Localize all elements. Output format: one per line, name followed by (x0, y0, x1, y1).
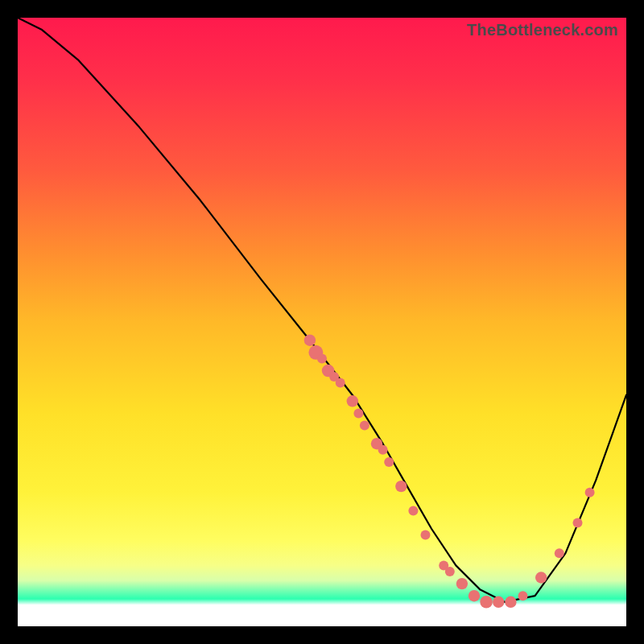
curve-layer (18, 18, 626, 602)
scatter-dot (505, 597, 516, 608)
scatter-dot (378, 445, 388, 455)
scatter-dot (493, 597, 504, 608)
scatter-dot (317, 353, 327, 363)
scatter-dot (336, 378, 345, 388)
scatter-dot (585, 488, 595, 497)
scatter-dot (408, 506, 418, 515)
scatter-dot (304, 335, 316, 346)
scatter-dot (347, 395, 358, 407)
scatter-dot (456, 578, 468, 589)
scatter-dot (421, 530, 431, 540)
bottleneck-curve (18, 18, 626, 602)
scatter-dot (535, 572, 547, 583)
scatter-dot (360, 421, 369, 431)
scatter-dot (445, 567, 455, 576)
scatter-dot (518, 591, 528, 601)
scatter-dot (384, 457, 394, 467)
scatter-dot (353, 408, 363, 418)
chart-svg (18, 18, 626, 626)
scatter-dot (480, 596, 493, 609)
chart-stage: TheBottleneck.com (0, 0, 644, 644)
scatter-dot (469, 590, 480, 601)
scatter-dots (304, 335, 595, 609)
plot-area: TheBottleneck.com (18, 18, 626, 626)
scatter-dot (395, 481, 407, 492)
scatter-dot (555, 548, 564, 558)
scatter-dot (573, 518, 583, 528)
watermark-text: TheBottleneck.com (467, 21, 618, 39)
